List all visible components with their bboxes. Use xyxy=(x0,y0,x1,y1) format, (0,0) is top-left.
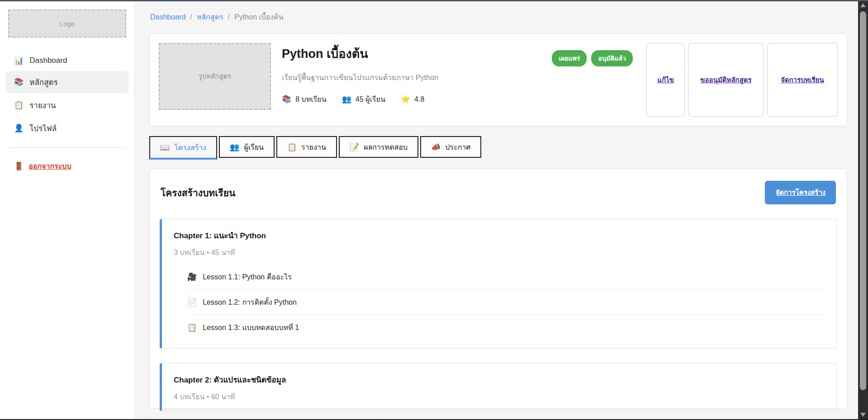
tab-reports-label: รายงาน xyxy=(301,142,326,153)
breadcrumb-link-courses[interactable]: หลักสูตร xyxy=(197,11,223,23)
clipboard-icon: 📋 xyxy=(187,324,197,331)
logo-placeholder: Logo xyxy=(8,9,126,38)
sidebar-item-profile[interactable]: 👤 โปรไฟล์ xyxy=(5,117,129,139)
sidebar: Logo 📊 Dashboard 📚 หลักสูตร 📋 รายงาน 👤 โ… xyxy=(0,0,135,420)
chapter-meta: 4 บทเรียน • 60 นาที xyxy=(174,391,825,402)
course-tabs: 📖 โครงสร้าง 👥 ผู้เรียน 📋 รายงาน 📝 ผลการท… xyxy=(149,136,847,160)
tab-announcements[interactable]: 📣 ประกาศ xyxy=(420,136,481,158)
course-image-placeholder: รูปหลักสูตร xyxy=(159,43,271,110)
clipboard-icon: 📋 xyxy=(14,101,24,109)
document-icon: 📄 xyxy=(187,298,197,306)
sidebar-item-courses[interactable]: 📚 หลักสูตร xyxy=(5,71,129,93)
sidebar-item-label: หลักสูตร xyxy=(29,76,57,88)
manage-lessons-button[interactable]: จัดการบทเรียน xyxy=(767,43,838,117)
breadcrumb-current: Python เบื้องต้น xyxy=(234,11,284,23)
sidebar-item-label: รายงาน xyxy=(29,99,56,111)
lesson-list: 🎥 Lesson 1.1: Python คืออะไร 📄 Lesson 1.… xyxy=(187,264,825,340)
course-info: Python เบื้องต้น เรียนรู้พื้นฐานการเขียน… xyxy=(282,43,541,105)
course-stats: 📚 8 บทเรียน 👥 45 ผู้เรียน ⭐ 4.8 xyxy=(282,94,541,105)
clipboard-icon: 📋 xyxy=(287,143,297,151)
chapter-title: Chapter 1: แนะนำ Python xyxy=(174,229,825,241)
chapter-meta: 3 บทเรียน • 45 นาที xyxy=(174,247,825,258)
lesson-title: Lesson 1.3: แบบทดสอบบทที่ 1 xyxy=(203,322,299,333)
logo-label: Logo xyxy=(60,20,75,28)
manage-structure-button[interactable]: จัดการโครงสร้าง xyxy=(765,181,836,204)
status-badges: เผยแพร่ อนุมัติแล้ว xyxy=(552,50,633,66)
tab-structure[interactable]: 📖 โครงสร้าง xyxy=(149,136,217,160)
stat-rating-text: 4.8 xyxy=(414,95,424,104)
scroll-down-arrow-icon[interactable] xyxy=(860,413,866,417)
edit-course-label: แก้ไข xyxy=(657,75,674,85)
lesson-row: 🎥 Lesson 1.1: Python คืออะไร xyxy=(187,264,825,289)
breadcrumb-separator: / xyxy=(228,13,230,21)
scrollbar-thumb[interactable] xyxy=(860,11,866,390)
course-actions: แก้ไข ขออนุมัติหลักสูตร จัดการบทเรียน xyxy=(646,43,838,117)
door-icon: 🚪 xyxy=(14,162,24,170)
main-content: Dashboard / หลักสูตร / Python เบื้องต้น … xyxy=(135,0,858,420)
course-image-label: รูปหลักสูตร xyxy=(199,71,232,82)
tab-structure-label: โครงสร้าง xyxy=(174,142,206,153)
stat-students-text: 45 ผู้เรียน xyxy=(356,94,385,105)
status-badge-approved: อนุมัติแล้ว xyxy=(591,50,633,66)
app-root: Logo 📊 Dashboard 📚 หลักสูตร 📋 รายงาน 👤 โ… xyxy=(0,0,868,420)
lesson-title: Lesson 1.1: Python คืออะไร xyxy=(203,271,292,283)
lesson-row: 📄 Lesson 1.2: การติดตั้ง Python xyxy=(187,289,825,315)
structure-heading: โครงสร้างบทเรียน xyxy=(161,185,235,200)
users-icon: 👥 xyxy=(342,95,351,103)
star-icon: ⭐ xyxy=(401,95,410,103)
request-approval-label: ขออนุมัติหลักสูตร xyxy=(700,75,751,85)
breadcrumb: Dashboard / หลักสูตร / Python เบื้องต้น xyxy=(150,11,847,23)
stat-students: 👥 45 ผู้เรียน xyxy=(342,94,385,105)
open-book-icon: 📖 xyxy=(160,144,170,151)
stat-lessons: 📚 8 บทเรียน xyxy=(282,94,327,105)
window-top-edge xyxy=(0,0,868,1)
structure-panel-header: โครงสร้างบทเรียน จัดการโครงสร้าง xyxy=(160,181,837,204)
person-icon: 👤 xyxy=(14,124,24,132)
lesson-row: 📋 Lesson 1.3: แบบทดสอบบทที่ 1 xyxy=(187,315,825,340)
logout-label: ออกจากระบบ xyxy=(28,160,71,172)
books-icon: 📚 xyxy=(14,78,24,86)
request-approval-button[interactable]: ขออนุมัติหลักสูตร xyxy=(688,43,764,117)
books-icon: 📚 xyxy=(282,95,291,103)
stat-lessons-text: 8 บทเรียน xyxy=(295,94,326,105)
users-icon: 👥 xyxy=(230,143,239,151)
chapter-card-1: Chapter 1: แนะนำ Python 3 บทเรียน • 45 น… xyxy=(160,219,837,349)
bar-chart-icon: 📊 xyxy=(14,57,24,65)
sidebar-divider xyxy=(9,147,125,148)
video-camera-icon: 🎥 xyxy=(187,273,197,281)
logout-link[interactable]: 🚪 ออกจากระบบ xyxy=(5,156,129,176)
sidebar-nav: 📊 Dashboard 📚 หลักสูตร 📋 รายงาน 👤 โปรไฟล… xyxy=(5,51,129,139)
lesson-title: Lesson 1.2: การติดตั้ง Python xyxy=(203,297,297,308)
edit-course-button[interactable]: แก้ไข xyxy=(646,43,685,117)
manage-lessons-label: จัดการบทเรียน xyxy=(781,75,824,85)
course-description: เรียนรู้พื้นฐานการเขียนโปรแกรมด้วยภาษา P… xyxy=(282,72,541,83)
tab-announcements-label: ประกาศ xyxy=(445,142,470,153)
sidebar-item-label: Dashboard xyxy=(29,56,67,65)
status-badge-published: เผยแพร่ xyxy=(552,50,587,66)
memo-pencil-icon: 📝 xyxy=(350,143,359,151)
tab-test-results-label: ผลการทดสอบ xyxy=(364,142,408,153)
sidebar-item-dashboard[interactable]: 📊 Dashboard xyxy=(5,51,129,70)
stat-rating: ⭐ 4.8 xyxy=(401,95,424,104)
tab-reports[interactable]: 📋 รายงาน xyxy=(276,136,337,158)
tab-students-label: ผู้เรียน xyxy=(244,142,264,153)
breadcrumb-link-dashboard[interactable]: Dashboard xyxy=(150,13,185,21)
sidebar-item-reports[interactable]: 📋 รายงาน xyxy=(5,94,129,116)
scroll-up-arrow-icon[interactable] xyxy=(860,3,866,7)
chapter-card-2: Chapter 2: ตัวแปรและชนิดข้อมูล 4 บทเรียน… xyxy=(160,363,837,411)
course-header-card: รูปหลักสูตร Python เบื้องต้น เรียนรู้พื้… xyxy=(149,33,847,126)
sidebar-item-label: โปรไฟล์ xyxy=(29,122,57,134)
breadcrumb-separator: / xyxy=(190,13,192,21)
chapter-title: Chapter 2: ตัวแปรและชนิดข้อมูล xyxy=(174,373,825,386)
megaphone-icon: 📣 xyxy=(431,143,441,151)
structure-panel: โครงสร้างบทเรียน จัดการโครงสร้าง Chapter… xyxy=(149,169,847,409)
course-title: Python เบื้องต้น xyxy=(282,44,541,63)
tab-students[interactable]: 👥 ผู้เรียน xyxy=(219,136,275,158)
vertical-scrollbar[interactable] xyxy=(858,0,868,420)
tab-test-results[interactable]: 📝 ผลการทดสอบ xyxy=(339,136,418,158)
